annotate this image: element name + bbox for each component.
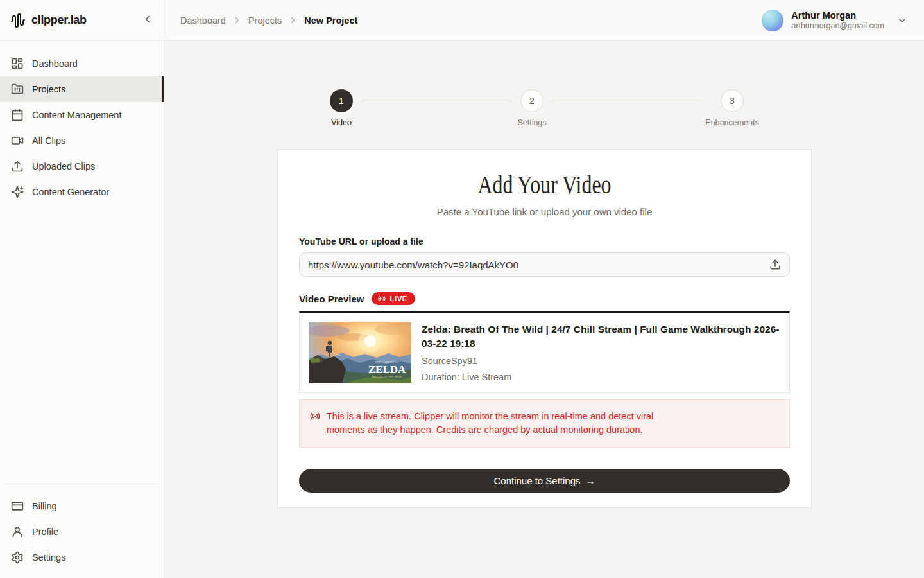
sidebar-item-projects[interactable]: Projects <box>0 76 164 102</box>
video-title: Zelda: Breath Of The Wild | 24/7 Chill S… <box>422 322 780 350</box>
sidebar-item-label: Settings <box>32 552 65 563</box>
user-email: arthurmorgan@gmail.com <box>791 21 884 31</box>
sidebar-item-label: All Clips <box>32 136 65 146</box>
user-name: Arthur Morgan <box>791 10 884 21</box>
video-camera-icon <box>11 134 24 147</box>
sidebar-nav: Dashboard Projects Content Management Al… <box>0 41 164 484</box>
dashboard-icon <box>11 57 24 70</box>
sidebar-item-content-management[interactable]: Content Management <box>0 102 164 128</box>
user-icon <box>11 525 24 538</box>
calendar-icon <box>11 109 24 121</box>
upload-file-button[interactable] <box>769 259 781 270</box>
sidebar-item-profile[interactable]: Profile <box>0 519 164 545</box>
folder-icon <box>11 83 24 96</box>
step-2-circle: 2 <box>520 89 543 112</box>
sidebar-item-label: Profile <box>32 527 58 537</box>
page-title: Add Your Video <box>348 170 741 200</box>
live-stream-warning: This is a live stream. Clipper will moni… <box>299 399 790 448</box>
video-preview-card: THE LEGEND OF ZELDA BREATH OF THE WILD Z… <box>299 311 790 393</box>
sidebar-item-content-generator[interactable]: Content Generator <box>0 179 164 205</box>
breadcrumb-projects[interactable]: Projects <box>248 15 282 26</box>
step-connector <box>361 100 512 100</box>
sidebar-item-label: Content Generator <box>32 187 109 197</box>
url-field-label: YouTube URL or upload a file <box>299 236 790 247</box>
step-number: 1 <box>339 96 344 106</box>
upload-icon <box>11 160 24 173</box>
live-badge: LIVE <box>372 292 415 305</box>
thumb-brand-sub: BREATH OF THE WILD <box>372 376 402 378</box>
chevron-right-icon <box>232 15 242 25</box>
add-video-card: Add Your Video Paste a YouTube link or u… <box>277 149 812 508</box>
video-thumbnail: THE LEGEND OF ZELDA BREATH OF THE WILD <box>309 322 411 383</box>
preview-label: Video Preview <box>299 293 364 304</box>
main-area: 1 Video 2 Settings 3 Enhancements Add Yo… <box>165 42 924 578</box>
sidebar-divider <box>5 484 158 484</box>
breadcrumb-current: New Project <box>304 15 357 26</box>
sidebar-footer: Billing Profile Settings <box>0 484 164 578</box>
app-root: clipper.lab Dashboard Projects <box>0 0 924 578</box>
warning-text: This is a live stream. Clipper will moni… <box>327 410 681 437</box>
video-channel: SourceSpy91 <box>422 356 780 366</box>
avatar <box>762 10 783 31</box>
step-number: 3 <box>730 96 735 106</box>
sidebar-item-label: Content Management <box>32 110 121 120</box>
sidebar-item-all-clips[interactable]: All Clips <box>0 128 164 153</box>
waveform-icon <box>10 13 26 28</box>
sidebar-item-uploaded-clips[interactable]: Uploaded Clips <box>0 153 164 179</box>
step-1-label: Video <box>290 118 393 127</box>
arrow-right-icon: → <box>586 475 595 486</box>
topbar: Dashboard Projects New Project Arthur Mo… <box>165 0 924 41</box>
brand-name: clipper.lab <box>31 13 87 27</box>
continue-button-label: Continue to Settings <box>493 475 580 486</box>
sidebar-item-label: Projects <box>32 84 65 94</box>
live-badge-label: LIVE <box>389 295 407 302</box>
sidebar-header: clipper.lab <box>0 0 164 41</box>
sidebar-item-billing[interactable]: Billing <box>0 493 164 519</box>
youtube-url-input[interactable] <box>308 259 763 270</box>
thumb-brand: ZELDA <box>368 363 406 376</box>
video-duration: Duration: Live Stream <box>422 372 780 382</box>
sidebar-collapse-button[interactable] <box>142 13 153 28</box>
broadcast-icon <box>378 295 386 302</box>
sparkles-icon <box>11 186 24 198</box>
step-number: 2 <box>529 96 535 106</box>
step-1-circle: 1 <box>330 89 353 112</box>
credit-card-icon <box>11 500 24 512</box>
sidebar-item-dashboard[interactable]: Dashboard <box>0 51 164 76</box>
step-2-label: Settings <box>481 118 583 127</box>
chevron-right-icon <box>288 15 298 25</box>
preview-header: Video Preview LIVE <box>299 292 790 305</box>
chevron-left-icon <box>142 13 153 28</box>
sidebar: clipper.lab Dashboard Projects <box>0 0 164 578</box>
user-meta: Arthur Morgan arthurmorgan@gmail.com <box>791 10 884 31</box>
sidebar-item-label: Dashboard <box>32 58 78 69</box>
sidebar-item-settings[interactable]: Settings <box>0 545 164 570</box>
breadcrumb: Dashboard Projects New Project <box>180 15 357 26</box>
video-info: Zelda: Breath Of The Wild | 24/7 Chill S… <box>422 322 780 383</box>
url-field <box>299 252 790 277</box>
broadcast-icon <box>310 411 320 421</box>
page-subtitle: Paste a YouTube link or upload your own … <box>299 206 790 217</box>
sidebar-item-label: Billing <box>32 501 57 511</box>
sidebar-item-label: Uploaded Clips <box>32 161 95 171</box>
gear-icon <box>11 551 24 564</box>
chevron-down-icon <box>897 15 907 26</box>
step-3-label: Enhancements <box>681 118 783 127</box>
user-menu[interactable]: Arthur Morgan arthurmorgan@gmail.com <box>762 10 907 31</box>
brand-logo: clipper.lab <box>10 13 87 28</box>
step-connector <box>551 100 703 100</box>
continue-to-settings-button[interactable]: Continue to Settings → <box>299 469 790 493</box>
breadcrumb-dashboard[interactable]: Dashboard <box>180 15 226 26</box>
step-3-circle: 3 <box>721 89 744 112</box>
